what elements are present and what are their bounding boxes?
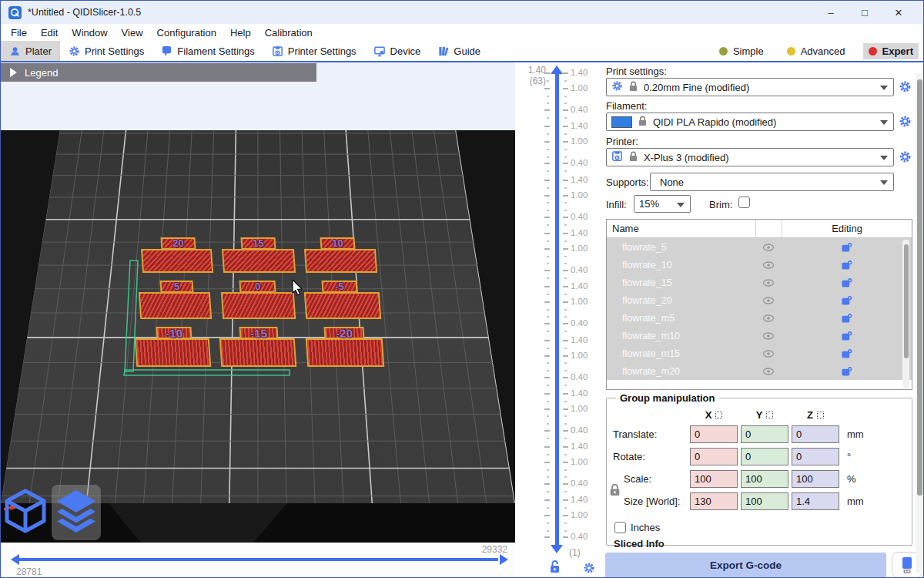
- edit-printer-gear-icon[interactable]: [899, 150, 912, 164]
- size-world--y-field[interactable]: 100: [741, 492, 788, 510]
- tile-tab--5[interactable]: -5: [321, 281, 357, 293]
- rotate-x-field[interactable]: 0: [690, 448, 738, 465]
- translate-y-field[interactable]: 0: [741, 425, 788, 443]
- scale-y-field[interactable]: 100: [741, 470, 788, 488]
- filament-combo[interactable]: QIDI PLA Rapido (modified): [606, 113, 894, 131]
- scale-z-field[interactable]: 100: [792, 470, 839, 488]
- edit-object-icon[interactable]: [782, 260, 912, 271]
- print-settings-combo[interactable]: 0.20mm Fine (modified): [606, 78, 894, 96]
- object-name: flowrate_m15: [607, 348, 755, 359]
- group-manipulation: Group manipulation XYZTranslate:000mmRot…: [606, 398, 912, 546]
- tab-print-settings[interactable]: Print Settings: [60, 41, 152, 61]
- tab-plater[interactable]: Plater: [1, 41, 60, 61]
- viewport-3d[interactable]: 20151050-5-10-15-20 Legend: [1, 62, 515, 543]
- tab-filament-settings[interactable]: Filament Settings: [152, 41, 263, 61]
- mode-expert[interactable]: Expert: [863, 43, 919, 59]
- eye-icon[interactable]: [755, 366, 782, 377]
- moves-slider-track[interactable]: [19, 558, 498, 561]
- edit-object-icon[interactable]: [782, 331, 912, 341]
- rotate-y-field[interactable]: 0: [741, 448, 788, 465]
- object-row-flowrate-m5[interactable]: flowrate_m5: [607, 309, 912, 327]
- menu-window[interactable]: Window: [65, 27, 114, 39]
- layer-slider-track[interactable]: [555, 72, 559, 545]
- tab-printer-settings[interactable]: Printer Settings: [263, 41, 365, 61]
- moves-slider-left-handle[interactable]: [11, 554, 19, 565]
- filament-icon: [161, 45, 172, 57]
- object-row-flowrate-m20[interactable]: flowrate_m20: [607, 362, 912, 380]
- layer-slider-bottom-handle[interactable]: [551, 545, 563, 553]
- object-row-flowrate-m10[interactable]: flowrate_m10: [607, 327, 912, 344]
- name-column-header[interactable]: Name: [607, 223, 755, 234]
- tab-device[interactable]: Device: [365, 41, 430, 61]
- legend-toggle[interactable]: Legend: [1, 63, 316, 82]
- eye-icon[interactable]: [755, 242, 782, 253]
- object-row-flowrate-5[interactable]: flowrate_5: [607, 238, 912, 256]
- edit-object-icon[interactable]: [782, 277, 912, 288]
- size-world--z-field[interactable]: 1.4: [792, 492, 839, 510]
- mode-advanced[interactable]: Advanced: [782, 43, 851, 59]
- flowrate-tile--20[interactable]: [306, 338, 385, 367]
- inches-checkbox[interactable]: [614, 522, 626, 533]
- editing-column-header[interactable]: Editing: [782, 220, 912, 237]
- object-row-flowrate-15[interactable]: flowrate_15: [607, 274, 912, 291]
- menu-file[interactable]: File: [4, 27, 34, 39]
- size-world--x-field[interactable]: 130: [690, 492, 738, 510]
- edit-filament-gear-icon[interactable]: [899, 115, 912, 129]
- visibility-column-header[interactable]: [755, 220, 782, 237]
- tile-tab-10[interactable]: 10: [320, 237, 355, 250]
- axis-select-icon[interactable]: [766, 412, 773, 418]
- object-row-flowrate-20[interactable]: flowrate_20: [607, 291, 912, 309]
- eye-icon[interactable]: [755, 260, 782, 271]
- uniform-scale-lock-icon[interactable]: [609, 483, 621, 499]
- edit-object-icon[interactable]: [782, 295, 912, 306]
- menu-view[interactable]: View: [115, 27, 150, 39]
- slider-settings-gear-icon[interactable]: [583, 562, 595, 577]
- rotate-z-field[interactable]: 0: [792, 448, 839, 465]
- flowrate-tile-10[interactable]: [304, 249, 377, 273]
- export-gcode-button[interactable]: Export G-code: [605, 553, 886, 578]
- axis-select-icon[interactable]: [817, 412, 824, 418]
- preview-view-button[interactable]: [52, 485, 101, 540]
- translate-x-field[interactable]: 0: [690, 425, 738, 443]
- brim-checkbox[interactable]: [738, 197, 750, 208]
- object-row-flowrate-10[interactable]: flowrate_10: [607, 256, 912, 274]
- object-row-flowrate-m15[interactable]: flowrate_m15: [607, 344, 912, 362]
- axis-select-icon[interactable]: [715, 412, 722, 418]
- unlock-icon[interactable]: [549, 560, 561, 576]
- panel-scrollbar[interactable]: [916, 73, 924, 573]
- menu-help[interactable]: Help: [223, 27, 258, 39]
- flowrate-tile--5[interactable]: [304, 292, 381, 319]
- eye-icon[interactable]: [755, 295, 782, 306]
- moves-slider-right-handle[interactable]: [500, 554, 508, 565]
- tile-tab--20[interactable]: -20: [323, 327, 364, 339]
- edit-object-icon[interactable]: [782, 348, 912, 359]
- print-settings-value: 0.20mm Fine (modified): [644, 82, 749, 93]
- object-name: flowrate_15: [607, 277, 755, 288]
- object-list-scrollbar[interactable]: [902, 240, 909, 388]
- tab-guide[interactable]: Guide: [429, 41, 489, 61]
- tile-tab-20[interactable]: 20: [160, 237, 196, 250]
- maximize-button[interactable]: □: [848, 1, 882, 24]
- mode-simple[interactable]: Simple: [714, 43, 769, 59]
- menu-calibration[interactable]: Calibration: [258, 27, 320, 39]
- edit-object-icon[interactable]: [782, 366, 912, 377]
- editor-view-button[interactable]: [2, 486, 49, 539]
- edit-print-settings-gear-icon[interactable]: [899, 80, 912, 94]
- translate-z-field[interactable]: 0: [792, 425, 839, 443]
- eye-icon[interactable]: [755, 313, 782, 324]
- tile-tab-15[interactable]: 15: [240, 237, 276, 250]
- minimize-button[interactable]: –: [814, 1, 848, 24]
- printer-combo[interactable]: X-Plus 3 (modified): [606, 148, 894, 166]
- supports-value: None: [660, 176, 684, 188]
- scale-x-field[interactable]: 100: [690, 470, 738, 488]
- menu-configuration[interactable]: Configuration: [150, 27, 223, 39]
- infill-combo[interactable]: 15%: [634, 195, 691, 213]
- menu-edit[interactable]: Edit: [34, 27, 65, 39]
- edit-object-icon[interactable]: [782, 313, 912, 324]
- eye-icon[interactable]: [755, 277, 782, 288]
- eye-icon[interactable]: [755, 331, 782, 341]
- edit-object-icon[interactable]: [782, 242, 912, 253]
- eye-icon[interactable]: [755, 348, 782, 359]
- supports-combo[interactable]: None: [650, 173, 894, 191]
- close-button[interactable]: ✕: [882, 1, 916, 24]
